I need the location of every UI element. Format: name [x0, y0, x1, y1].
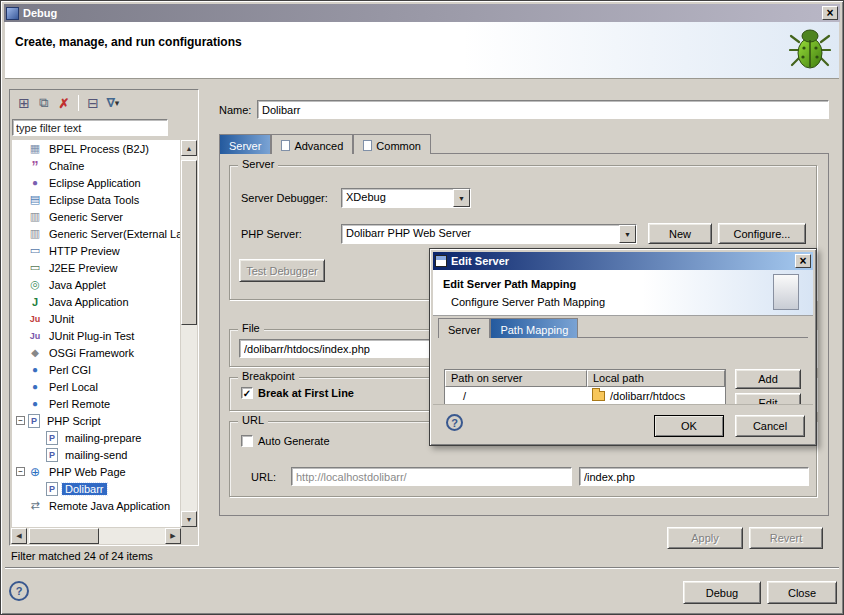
- url-path-input[interactable]: [579, 467, 809, 486]
- config-tabs: Server Advanced Common: [219, 134, 431, 154]
- tree-item-label: Remote Java Application: [46, 500, 173, 512]
- tree-item-java-application[interactable]: JJava Application: [12, 293, 180, 310]
- dialog-help-button[interactable]: ?: [446, 414, 463, 431]
- tree-item-eclipse-data-tools[interactable]: ▤Eclipse Data Tools: [12, 191, 180, 208]
- window-title: Debug: [23, 7, 822, 19]
- name-input[interactable]: [257, 100, 829, 119]
- page-title: Create, manage, and run configurations: [15, 35, 242, 49]
- ok-button[interactable]: OK: [654, 415, 724, 437]
- configure-server-button[interactable]: Configure...: [718, 223, 806, 244]
- tree-item-mailing-prepare[interactable]: Pmailing-prepare: [12, 429, 180, 446]
- expander-minus-icon[interactable]: −: [16, 467, 25, 476]
- tree-item-label: mailing-send: [62, 449, 130, 461]
- combo-arrow-icon[interactable]: ▼: [619, 225, 636, 243]
- horizontal-scroll-thumb[interactable]: [29, 528, 99, 544]
- filter-menu-button[interactable]: ∇▾: [103, 93, 123, 113]
- generic-server-icon: ▥: [28, 227, 42, 241]
- php-server-combo[interactable]: Dolibarr PHP Web Server ▼: [341, 224, 637, 244]
- server-debugger-label: Server Debugger:: [241, 192, 328, 204]
- tree-item-bpel-process-b2j[interactable]: ▦BPEL Process (B2J): [12, 140, 180, 157]
- osgi-icon: ◆: [28, 346, 42, 360]
- tree-item-label: Dolibarr: [62, 483, 107, 495]
- new-server-button[interactable]: New: [648, 223, 712, 244]
- edit-server-dialog: Edit Server × Edit Server Path Mapping C…: [429, 248, 817, 446]
- php-script-icon: P: [28, 414, 40, 428]
- close-button[interactable]: Close: [767, 581, 837, 604]
- tree-item-label: J2EE Preview: [46, 262, 120, 274]
- tree-item-eclipse-application[interactable]: ●Eclipse Application: [12, 174, 180, 191]
- tree-item-junit-plug-in-test[interactable]: JuJUnit Plug-in Test: [12, 327, 180, 344]
- dialog-header: Edit Server Path Mapping Configure Serve…: [433, 270, 813, 316]
- dialog-button-bar: ? OK Cancel: [433, 404, 813, 442]
- tree-item-dolibarr[interactable]: PDolibarr: [12, 480, 180, 497]
- tree-item-perl-local[interactable]: ●Perl Local: [12, 378, 180, 395]
- break-first-line-checkbox[interactable]: ✓ Break at First Line: [241, 387, 354, 399]
- perl-icon: ●: [28, 380, 42, 394]
- tree-item-http-preview[interactable]: ▭HTTP Preview: [12, 242, 180, 259]
- apply-button: Apply: [667, 527, 743, 549]
- combo-arrow-icon[interactable]: ▼: [453, 189, 470, 207]
- tree-item-php-script[interactable]: −PPHP Script: [12, 412, 180, 429]
- dialog-close-button[interactable]: ×: [795, 254, 811, 268]
- php-file-icon: P: [46, 482, 58, 496]
- tree-item-cha-ne[interactable]: ”Chaîne: [12, 157, 180, 174]
- tab-path-mapping[interactable]: Path Mapping: [490, 318, 578, 338]
- type-filter-input[interactable]: [12, 119, 168, 136]
- tab-common[interactable]: Common: [353, 134, 431, 154]
- cancel-button[interactable]: Cancel: [735, 415, 805, 437]
- check-icon: ✓: [243, 388, 251, 399]
- tree-item-label: Perl Remote: [46, 398, 113, 410]
- help-button[interactable]: ?: [9, 581, 29, 601]
- scroll-up-button[interactable]: ▲: [181, 140, 197, 156]
- tree-item-osgi-framework[interactable]: ◆OSGi Framework: [12, 344, 180, 361]
- tree-item-java-applet[interactable]: ◎Java Applet: [12, 276, 180, 293]
- tree-item-php-web-page[interactable]: −⊕PHP Web Page: [12, 463, 180, 480]
- expander-minus-icon[interactable]: −: [16, 416, 25, 425]
- collapse-all-button[interactable]: ⊟: [83, 93, 103, 113]
- close-window-button[interactable]: ×: [822, 6, 838, 20]
- close-icon: ×: [826, 7, 833, 19]
- tree-item-label: HTTP Preview: [46, 245, 123, 257]
- auto-generate-checkbox[interactable]: ✓ Auto Generate: [241, 435, 330, 447]
- table-row[interactable]: / /dolibarr/htdocs: [445, 387, 725, 404]
- vertical-scroll-thumb[interactable]: [181, 160, 197, 325]
- delete-configuration-button[interactable]: ✗: [54, 93, 74, 113]
- url-base-input: [291, 467, 572, 486]
- revert-button: Revert: [749, 527, 823, 549]
- debug-button[interactable]: Debug: [683, 581, 761, 604]
- tree-item-perl-remote[interactable]: ●Perl Remote: [12, 395, 180, 412]
- php-file-icon: P: [46, 448, 58, 462]
- dialog-tab-server-label: Server: [448, 324, 480, 336]
- duplicate-configuration-button[interactable]: ⧉: [34, 93, 54, 113]
- scroll-down-button[interactable]: ▼: [181, 511, 197, 527]
- column-header-local-path[interactable]: Local path: [587, 370, 725, 387]
- tab-server-settings[interactable]: Server: [438, 318, 490, 338]
- url-group-label: URL: [238, 414, 268, 426]
- add-mapping-button[interactable]: Add: [735, 369, 801, 389]
- tree-item-label: PHP Web Page: [46, 466, 129, 478]
- dialog-title: Edit Server: [451, 255, 795, 267]
- column-header-path-on-server[interactable]: Path on server: [445, 370, 587, 387]
- php-server-label: PHP Server:: [241, 228, 302, 240]
- titlebar[interactable]: Debug ×: [4, 4, 840, 22]
- tree-item-generic-server[interactable]: ▥Generic Server: [12, 208, 180, 225]
- tab-common-label: Common: [376, 140, 421, 152]
- tab-server[interactable]: Server: [219, 134, 271, 154]
- tree-horizontal-scrollbar[interactable]: ◀ ▶: [11, 528, 181, 544]
- tree-item-junit[interactable]: JuJUnit: [12, 310, 180, 327]
- tree-item-mailing-send[interactable]: Pmailing-send: [12, 446, 180, 463]
- tree-item-j2ee-preview[interactable]: ▭J2EE Preview: [12, 259, 180, 276]
- toolbar-separator: [78, 95, 79, 111]
- new-configuration-button[interactable]: ⊞: [14, 93, 34, 113]
- dialog-heading: Edit Server Path Mapping: [443, 278, 576, 290]
- dialog-titlebar[interactable]: Edit Server ×: [433, 252, 813, 270]
- advanced-tab-icon: [281, 140, 290, 151]
- tree-item-generic-server-external-la[interactable]: ▥Generic Server(External La: [12, 225, 180, 242]
- tree-item-perl-cgi[interactable]: ●Perl CGI: [12, 361, 180, 378]
- server-debugger-combo[interactable]: XDebug ▼: [341, 188, 471, 208]
- tree-vertical-scrollbar[interactable]: ▲ ▼: [181, 140, 197, 527]
- scroll-left-button[interactable]: ◀: [11, 528, 27, 544]
- scroll-right-button[interactable]: ▶: [165, 528, 181, 544]
- tree-item-remote-java-application[interactable]: ⇄Remote Java Application: [12, 497, 180, 514]
- tab-advanced[interactable]: Advanced: [271, 134, 353, 154]
